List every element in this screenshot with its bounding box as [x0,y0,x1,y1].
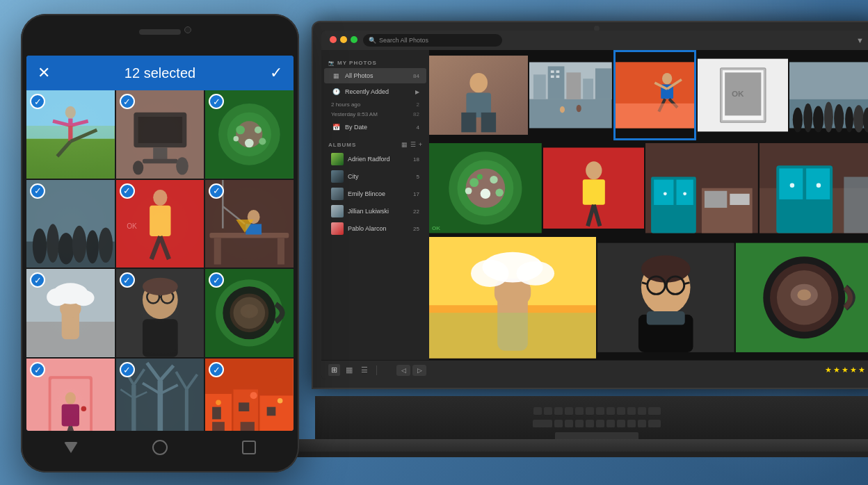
svg-point-105 [278,398,283,404]
phone-confirm-button[interactable]: ✓ [270,64,282,82]
pagination-next-button[interactable]: ▷ [412,365,426,376]
album-item-city[interactable]: City 5 [324,168,426,185]
laptop-photo-portrait-glasses[interactable] [597,236,734,360]
svg-point-124 [577,105,581,113]
phone-photo-check-2[interactable]: ✓ [120,94,135,109]
album-item-jillian[interactable]: Jillian Lukiwski 22 [324,203,426,220]
filter-icon[interactable]: ▼ [856,36,864,44]
svg-text:OK: OK [732,89,744,98]
phone-photo-check-8[interactable]: ✓ [120,272,135,288]
pagination-prev-button[interactable]: ◁ [396,365,410,376]
phone-back-button[interactable] [64,442,78,453]
album-item-adrien[interactable]: Adrien Radford 18 [324,151,426,167]
svg-line-198 [642,283,647,284]
star-2[interactable]: ★ [833,365,840,375]
laptop-photo-coffee-overhead[interactable] [736,236,868,360]
phone-close-button[interactable]: ✕ [38,64,50,82]
phone-recent-button[interactable] [242,441,256,454]
album-thumb-city [331,170,344,183]
sidebar-item-recently-added[interactable]: 🕐 Recently Added ▶ [324,84,426,99]
close-window-button[interactable] [330,36,337,43]
laptop-photo-wall-art[interactable]: OK [698,50,789,140]
phone-photo-check-5[interactable]: ✓ [120,183,135,199]
svg-rect-173 [705,191,727,208]
phone-photo-3[interactable]: ✓ [205,90,294,179]
laptop-body: 🔍 Search All Photos ▼ 📷 MY PHOTOS [312,21,868,389]
yesterday-label: Yesterday 8:53 AM [331,111,413,117]
svg-point-123 [560,106,565,113]
laptop-photo-woman[interactable] [429,50,528,140]
laptop-photo-crowd-silhouette[interactable] [789,50,868,140]
minimize-window-button[interactable] [340,36,347,43]
svg-line-132 [669,99,677,107]
laptop-photo-workshop-desk[interactable] [645,142,758,234]
svg-rect-41 [278,238,284,264]
album-item-emily[interactable]: Emily Blincoe 17 [324,186,426,202]
phone-photo-2[interactable]: ✓ [116,90,204,179]
laptop-photo-jumping[interactable] [613,50,696,140]
svg-point-33 [153,190,167,206]
phone-home-button[interactable] [152,440,168,455]
phone-camera [184,26,191,33]
svg-point-71 [65,392,76,404]
phone-photo-check-6[interactable]: ✓ [209,183,224,199]
star-3[interactable]: ★ [842,365,849,375]
laptop-photo-teal-box[interactable] [760,142,868,234]
view-mosaic-button[interactable]: ⊞ [328,364,340,376]
album-count-emily: 17 [413,191,419,197]
kbd-key [648,420,661,428]
phone-nav-buttons [26,440,294,455]
kbd-key [565,420,573,428]
album-thumb-adrien [331,153,344,165]
phone-photo-12[interactable]: ✓ [205,359,294,431]
view-grid-button[interactable]: ▦ [343,364,355,376]
svg-rect-126 [613,63,696,129]
albums-grid-view-button[interactable]: ▦ [401,141,408,148]
view-list-button[interactable]: ☰ [358,364,371,376]
recently-added-label: Recently Added [345,88,413,95]
search-bar[interactable]: 🔍 Search All Photos [363,34,502,47]
phone-photo-8[interactable]: ✓ [116,269,204,357]
albums-list-view-button[interactable]: ☰ [410,141,416,148]
svg-rect-111 [481,113,496,132]
svg-rect-120 [556,70,560,73]
laptop-photo-city[interactable] [529,50,612,140]
sidebar-sub-yesterday[interactable]: Yesterday 8:53 AM 82 [324,110,426,119]
star-5[interactable]: ★ [858,365,865,375]
svg-rect-190 [429,313,596,359]
add-album-button[interactable]: + [419,141,422,148]
phone-photo-check-1[interactable]: ✓ [30,94,45,109]
phone-photo-check-11[interactable]: ✓ [120,362,135,377]
phone-photo-7[interactable]: ✓ [26,269,115,357]
phone-photo-9[interactable]: ✓ [205,269,294,357]
maximize-window-button[interactable] [351,36,357,43]
laptop-photo-food[interactable]: OK [429,142,542,234]
svg-rect-128 [661,85,673,99]
keyboard-row-1 [533,407,661,416]
album-item-pablo[interactable]: Pablo Alarcon 25 [324,220,426,237]
phone-photo-check-10[interactable]: ✓ [30,362,45,377]
phone-photo-11[interactable]: ✓ [116,359,204,431]
svg-point-2 [65,106,76,119]
phone-photo-10[interactable]: ✓ [26,359,115,431]
sidebar-sub-2hours[interactable]: 2 hours ago 2 [324,100,426,109]
svg-point-171 [684,192,687,195]
phone-photo-6[interactable]: ✓ [205,180,294,268]
phone-photo-1[interactable]: ✓ [26,90,115,179]
laptop-photo-hand-cloud-lg[interactable] [429,236,596,360]
svg-rect-0 [26,139,115,179]
phone-photo-check-4[interactable]: ✓ [30,183,45,199]
svg-point-208 [797,290,811,301]
phone-photo-4[interactable]: ✓ [26,180,115,268]
svg-point-53 [73,290,94,306]
star-4[interactable]: ★ [850,365,857,375]
photo-row-2: OK [429,142,868,234]
star-1[interactable]: ★ [825,365,832,375]
sidebar-item-all-photos[interactable]: ▦ All Photos 84 [324,68,426,83]
phone-photo-5[interactable]: OK ✓ [116,180,204,268]
laptop-photo-red-wall[interactable] [543,142,645,234]
kbd-key [638,407,646,416]
kbd-tab [533,420,552,428]
search-placeholder: Search All Photos [379,37,428,44]
sidebar-item-by-date[interactable]: 📅 By Date 4 [324,120,426,135]
